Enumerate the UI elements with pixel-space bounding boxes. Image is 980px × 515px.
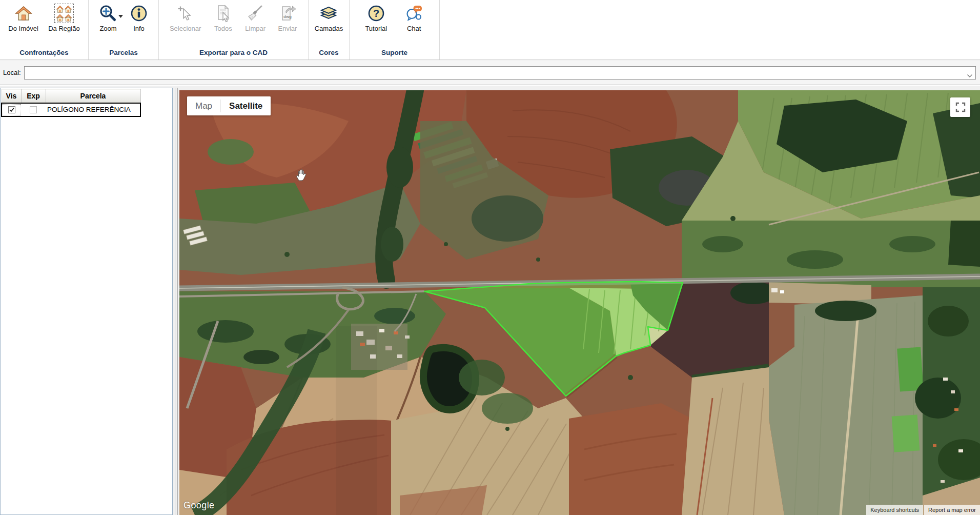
- vis-checkbox[interactable]: [8, 106, 15, 113]
- enviar-button[interactable]: dwg Enviar: [275, 2, 300, 34]
- info-button[interactable]: Info: [127, 2, 151, 34]
- table-row[interactable]: POLÍGONO REFERÊNCIA: [2, 103, 140, 116]
- main-area: Vis Exp Parcela: [0, 86, 980, 515]
- svg-text:?: ?: [373, 8, 379, 19]
- region-houses-icon: [54, 4, 74, 23]
- svg-text:dwg: dwg: [283, 14, 292, 19]
- do-imovel-button[interactable]: Do Imóvel: [6, 2, 41, 34]
- send-dwg-icon: dwg: [278, 4, 297, 23]
- da-regiao-label: Da Região: [48, 25, 79, 32]
- zoom-button[interactable]: Zoom: [96, 2, 120, 34]
- limpar-button[interactable]: Limpar: [242, 2, 268, 34]
- ribbon-group-exportar-cad: Selecionar Todos Limpar dwg: [159, 0, 309, 60]
- question-mark-icon: ?: [366, 4, 386, 23]
- group-label-parcelas: Parcelas: [90, 46, 157, 58]
- header-vis[interactable]: Vis: [2, 89, 21, 103]
- header-exp[interactable]: Exp: [21, 89, 46, 103]
- fullscreen-icon: [955, 102, 966, 112]
- ribbon-group-parcelas: Zoom Info Parcelas: [89, 0, 159, 60]
- info-label: Info: [133, 25, 145, 32]
- camadas-label: Camadas: [315, 25, 343, 32]
- da-regiao-button[interactable]: Da Região: [46, 2, 82, 34]
- header-parcela[interactable]: Parcela: [46, 89, 140, 103]
- map-attribution: Keyboard shortcuts Report a map error: [866, 505, 980, 515]
- map-type-map-button[interactable]: Map: [187, 96, 220, 115]
- ribbon-toolbar: Do Imóvel Da Região Confrontações: [0, 0, 980, 60]
- chat-bubbles-icon: [404, 4, 424, 23]
- map-type-satellite-button[interactable]: Satellite: [221, 96, 271, 115]
- zoom-magnifier-icon: [98, 4, 118, 23]
- enviar-label: Enviar: [278, 25, 297, 32]
- group-label-exportar-cad: Exportar para o CAD: [160, 46, 307, 58]
- vis-cell: [2, 103, 21, 116]
- exp-checkbox[interactable]: [30, 106, 37, 113]
- select-cursor-icon: [176, 4, 195, 23]
- limpar-label: Limpar: [245, 25, 266, 32]
- fullscreen-button[interactable]: [950, 97, 970, 117]
- google-logo: Google: [183, 500, 214, 511]
- group-label-cores: Cores: [310, 46, 348, 58]
- do-imovel-label: Do Imóvel: [8, 25, 38, 32]
- parcel-table-header-row: Vis Exp Parcela: [2, 89, 140, 103]
- tutorial-label: Tutorial: [365, 25, 387, 32]
- local-combobox: [24, 66, 976, 80]
- ribbon-group-suporte: ? Tutorial Chat Suporte: [350, 0, 440, 60]
- parcela-name: POLÍGONO REFERÊNCIA: [46, 103, 140, 116]
- parcel-panel: Vis Exp Parcela: [0, 88, 173, 515]
- application-window: Do Imóvel Da Região Confrontações: [0, 0, 980, 515]
- house-icon: [14, 4, 33, 23]
- group-label-suporte: Suporte: [351, 46, 438, 58]
- ribbon-group-confrontacoes: Do Imóvel Da Região Confrontações: [0, 0, 89, 60]
- todos-button[interactable]: Todos: [211, 2, 235, 34]
- layers-icon: [319, 4, 338, 23]
- tutorial-button[interactable]: ? Tutorial: [362, 2, 390, 34]
- parcel-table: Vis Exp Parcela: [1, 89, 141, 117]
- satellite-imagery: [179, 90, 980, 515]
- camadas-button[interactable]: Camadas: [312, 2, 346, 34]
- ribbon-group-cores: Camadas Cores: [309, 0, 350, 60]
- group-label-confrontacoes: Confrontações: [1, 46, 87, 58]
- chat-button[interactable]: Chat: [402, 2, 426, 34]
- select-all-pages-icon: [213, 4, 233, 23]
- map-type-control: Map Satellite: [187, 96, 271, 115]
- zoom-label: Zoom: [99, 25, 116, 32]
- keyboard-shortcuts-button[interactable]: Keyboard shortcuts: [866, 505, 923, 515]
- info-icon: [129, 4, 149, 23]
- map-canvas[interactable]: Map Satellite Google Keyboard shortcuts …: [179, 90, 980, 515]
- selecionar-button[interactable]: Selecionar: [167, 2, 203, 34]
- selecionar-label: Selecionar: [170, 25, 201, 32]
- panel-splitter[interactable]: [175, 88, 178, 515]
- local-input[interactable]: [24, 66, 976, 80]
- local-bar: Local:: [0, 61, 980, 85]
- local-label: Local:: [3, 69, 21, 76]
- report-map-error-link[interactable]: Report a map error: [924, 505, 980, 515]
- chat-label: Chat: [407, 25, 421, 32]
- exp-cell: [21, 103, 46, 116]
- broom-icon: [246, 4, 265, 23]
- todos-label: Todos: [214, 25, 232, 32]
- zoom-dropdown-caret-icon[interactable]: [118, 11, 123, 20]
